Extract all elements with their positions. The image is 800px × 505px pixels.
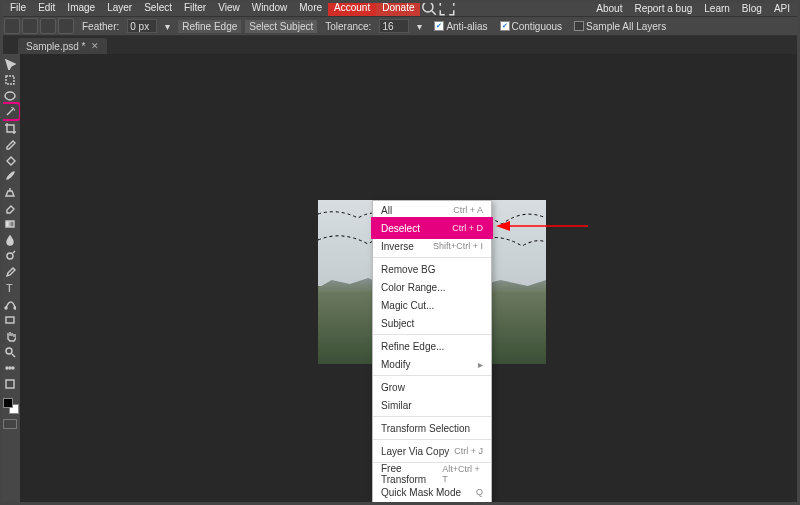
select-subject-button[interactable]: Select Subject <box>245 20 317 33</box>
tool-zoom[interactable] <box>1 344 19 359</box>
feather-label: Feather: <box>78 20 123 33</box>
svg-point-9 <box>6 348 12 354</box>
options-bar: Feather: ▾ Refine Edge Select Subject To… <box>0 16 800 36</box>
ctx-inverse[interactable]: InverseShift+Ctrl + I <box>373 237 491 255</box>
tolerance-dropdown-icon[interactable]: ▾ <box>413 20 426 33</box>
tab-title: Sample.psd * <box>26 41 85 52</box>
ctx-color-range-[interactable]: Color Range... <box>373 278 491 296</box>
tool-clone[interactable] <box>1 184 19 199</box>
menu-window[interactable]: Window <box>246 0 294 16</box>
svg-point-11 <box>9 367 11 369</box>
tool-gradient[interactable] <box>1 216 19 231</box>
tool-dodge[interactable] <box>1 248 19 263</box>
ctx-similar[interactable]: Similar <box>373 396 491 414</box>
tool-rect[interactable] <box>1 312 19 327</box>
tool-eyedropper[interactable] <box>1 136 19 151</box>
svg-rect-2 <box>6 76 14 84</box>
fullscreen-icon[interactable] <box>438 0 456 17</box>
feather-input[interactable] <box>127 19 157 33</box>
menu-image[interactable]: Image <box>61 0 101 16</box>
close-icon[interactable]: ✕ <box>91 41 99 51</box>
tool-text[interactable]: T <box>1 280 19 295</box>
menu-more[interactable]: More <box>293 0 328 16</box>
ctx-transform-selection[interactable]: Transform Selection <box>373 419 491 437</box>
svg-point-6 <box>5 307 7 309</box>
tool-more1[interactable] <box>1 360 19 375</box>
menu-file[interactable]: File <box>4 0 32 16</box>
link-api[interactable]: API <box>768 3 796 14</box>
svg-point-4 <box>7 253 13 259</box>
ctx-deselect[interactable]: DeselectCtrl + D <box>373 219 491 237</box>
sel-add-icon[interactable] <box>22 18 38 34</box>
color-chips[interactable] <box>1 396 19 414</box>
feather-dropdown-icon[interactable]: ▾ <box>161 20 174 33</box>
tool-path[interactable] <box>1 296 19 311</box>
document-tab-bar: Sample.psd * ✕ <box>0 36 800 54</box>
menu-edit[interactable]: Edit <box>32 0 61 16</box>
sample-all-check[interactable]: Sample All Layers <box>570 20 670 33</box>
svg-point-7 <box>14 307 16 309</box>
tool-brush[interactable] <box>1 168 19 183</box>
tool-eraser[interactable] <box>1 200 19 215</box>
menu-bar: File Edit Image Layer Select Filter View… <box>0 0 800 16</box>
tool-crop[interactable] <box>1 120 19 135</box>
svg-point-12 <box>12 367 14 369</box>
tolerance-label: Tolerance: <box>321 20 375 33</box>
svg-line-1 <box>432 11 436 15</box>
antialias-check[interactable]: ✔Anti-alias <box>430 20 491 33</box>
context-menu: AllCtrl + ADeselectCtrl + DInverseShift+… <box>372 200 492 505</box>
tool-marquee-rect[interactable] <box>1 72 19 87</box>
tool-more2[interactable] <box>1 376 19 391</box>
link-learn[interactable]: Learn <box>698 3 736 14</box>
ctx-quick-mask-mode[interactable]: Quick Mask ModeQ <box>373 483 491 501</box>
tolerance-input[interactable] <box>379 19 409 33</box>
link-report[interactable]: Report a bug <box>628 3 698 14</box>
tool-healing[interactable] <box>1 152 19 167</box>
ctx-free-transform[interactable]: Free TransformAlt+Ctrl + T <box>373 465 491 483</box>
menu-account[interactable]: Account <box>328 0 376 16</box>
menu-donate[interactable]: Donate <box>376 0 420 16</box>
sel-sub-icon[interactable] <box>40 18 56 34</box>
tool-wand[interactable] <box>1 104 19 119</box>
svg-rect-3 <box>6 221 14 227</box>
search-icon[interactable] <box>420 0 438 17</box>
contiguous-check[interactable]: ✔Contiguous <box>496 20 567 33</box>
sel-intersect-icon[interactable] <box>58 18 74 34</box>
tool-lasso[interactable] <box>1 88 19 103</box>
svg-rect-8 <box>6 317 14 323</box>
preview-thumb <box>3 419 17 429</box>
ctx-grow[interactable]: Grow <box>373 378 491 396</box>
svg-point-0 <box>423 2 433 12</box>
tool-pen[interactable] <box>1 264 19 279</box>
link-blog[interactable]: Blog <box>736 3 768 14</box>
svg-rect-13 <box>6 380 14 388</box>
selection-mode-icons <box>4 18 74 34</box>
ctx-magic-cut-[interactable]: Magic Cut... <box>373 296 491 314</box>
menu-view[interactable]: View <box>212 0 246 16</box>
tool-hand[interactable] <box>1 328 19 343</box>
tool-blur[interactable] <box>1 232 19 247</box>
ctx-remove-bg[interactable]: Remove BG <box>373 260 491 278</box>
menu-select[interactable]: Select <box>138 0 178 16</box>
menu-layer[interactable]: Layer <box>101 0 138 16</box>
tool-move[interactable] <box>1 56 19 71</box>
link-about[interactable]: About <box>590 3 628 14</box>
ctx-all[interactable]: AllCtrl + A <box>373 201 491 219</box>
ctx-refine-edge-[interactable]: Refine Edge... <box>373 337 491 355</box>
tool-palette: T <box>0 54 20 505</box>
sel-new-icon[interactable] <box>4 18 20 34</box>
svg-point-10 <box>6 367 8 369</box>
ctx-layer-via-copy[interactable]: Layer Via CopyCtrl + J <box>373 442 491 460</box>
canvas-area[interactable]: AllCtrl + ADeselectCtrl + DInverseShift+… <box>20 54 800 505</box>
document-tab[interactable]: Sample.psd * ✕ <box>18 38 107 54</box>
ctx-modify[interactable]: Modify▸ <box>373 355 491 373</box>
refine-edge-button[interactable]: Refine Edge <box>178 20 241 33</box>
workspace: T AllCtrl + ADeselectCtrl + DInverseShif… <box>0 54 800 505</box>
ctx-subject[interactable]: Subject <box>373 314 491 332</box>
svg-text:T: T <box>6 282 13 294</box>
menu-filter[interactable]: Filter <box>178 0 212 16</box>
